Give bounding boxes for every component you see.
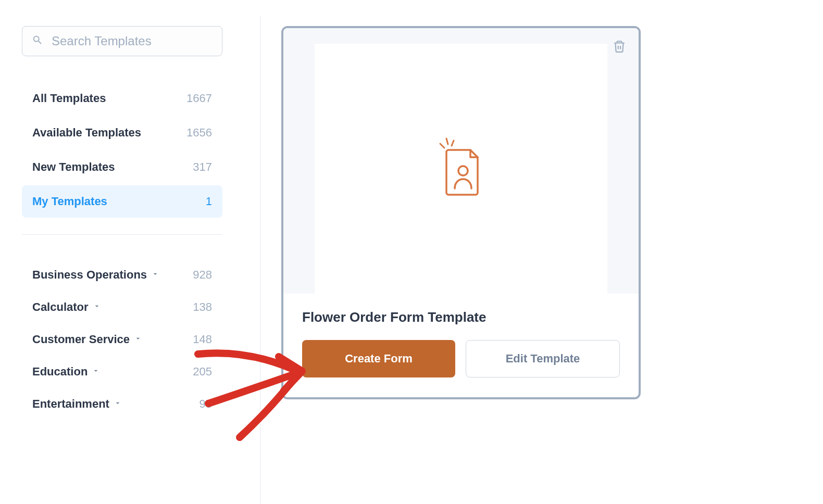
button-row: Create Form Edit Template <box>302 340 620 377</box>
sidebar-divider <box>22 234 222 235</box>
main-content: Flower Order Form Template Create Form E… <box>260 16 823 504</box>
trash-icon[interactable] <box>613 40 626 53</box>
template-preview-inner <box>315 44 607 294</box>
category-item-education[interactable]: Education 205 <box>22 357 222 387</box>
category-label: Education <box>32 365 88 379</box>
category-item-customer-service[interactable]: Customer Service 148 <box>22 324 222 355</box>
svg-line-2 <box>452 141 454 146</box>
search-input[interactable] <box>52 34 213 48</box>
search-box[interactable] <box>22 26 222 56</box>
nav-label: New Templates <box>32 160 115 174</box>
chevron-down-icon <box>92 367 100 377</box>
category-count: 148 <box>193 333 212 346</box>
chevron-down-icon <box>93 302 101 312</box>
category-count: 928 <box>193 268 212 282</box>
template-card: Flower Order Form Template Create Form E… <box>281 26 641 399</box>
chevron-down-icon <box>134 334 142 345</box>
nav-item-available-templates[interactable]: Available Templates 1656 <box>22 117 222 149</box>
category-item-business-operations[interactable]: Business Operations 928 <box>22 260 222 290</box>
chevron-down-icon <box>151 270 159 280</box>
nav-item-new-templates[interactable]: New Templates 317 <box>22 151 222 183</box>
category-label: Calculator <box>32 300 89 314</box>
category-label: Entertainment <box>32 397 109 411</box>
nav-count: 317 <box>193 160 212 174</box>
nav-item-my-templates[interactable]: My Templates 1 <box>22 185 222 218</box>
nav-label: All Templates <box>32 92 106 105</box>
form-document-icon <box>435 136 487 201</box>
nav-label: Available Templates <box>32 126 141 140</box>
template-title: Flower Order Form Template <box>302 309 620 325</box>
category-item-entertainment[interactable]: Entertainment 95 <box>22 389 222 419</box>
edit-template-button[interactable]: Edit Template <box>466 340 620 377</box>
nav-label: My Templates <box>32 195 107 208</box>
svg-point-3 <box>458 166 468 175</box>
create-form-button[interactable]: Create Form <box>302 340 455 377</box>
svg-line-0 <box>440 144 444 148</box>
category-count: 205 <box>193 365 212 379</box>
template-card-body: Flower Order Form Template Create Form E… <box>283 294 639 397</box>
chevron-down-icon <box>114 399 122 409</box>
sidebar: All Templates 1667 Available Templates 1… <box>0 16 260 504</box>
category-item-calculator[interactable]: Calculator 138 <box>22 292 222 322</box>
category-count: 95 <box>199 397 212 411</box>
template-preview <box>283 28 639 294</box>
category-label: Business Operations <box>32 268 147 282</box>
category-label: Customer Service <box>32 333 130 346</box>
nav-item-all-templates[interactable]: All Templates 1667 <box>22 82 222 115</box>
category-count: 138 <box>193 300 212 314</box>
svg-line-1 <box>446 138 448 144</box>
template-nav-list: All Templates 1667 Available Templates 1… <box>10 82 234 218</box>
search-icon <box>32 34 43 48</box>
nav-count: 1 <box>206 195 212 208</box>
category-list: Business Operations 928 Calculator 138 <box>10 260 234 419</box>
nav-count: 1656 <box>186 126 212 140</box>
nav-count: 1667 <box>186 92 212 105</box>
